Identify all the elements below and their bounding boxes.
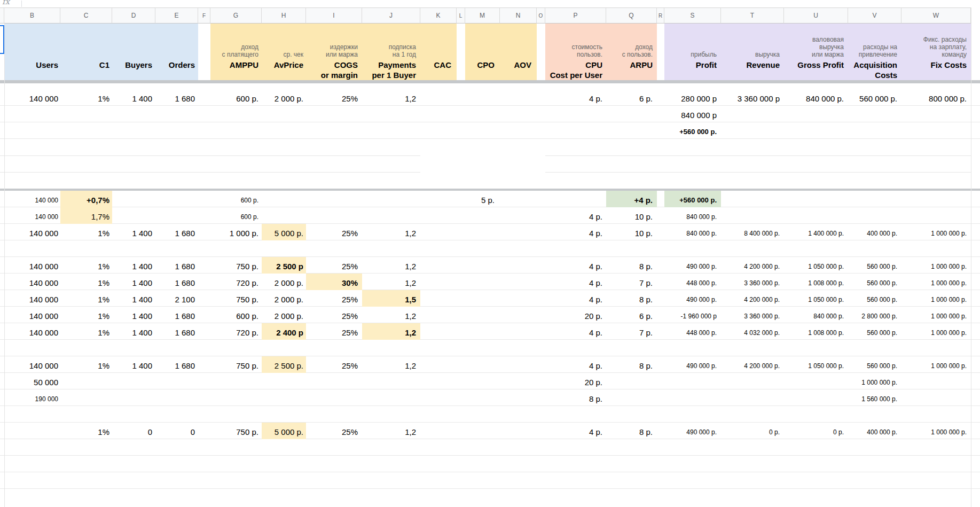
cell-I-row1[interactable]: 25%: [306, 83, 362, 106]
cell-P-row1[interactable]: 4 р.: [545, 83, 606, 106]
cell-J-row12[interactable]: 1,2: [362, 274, 420, 290]
column-letter-W[interactable]: W: [901, 7, 971, 24]
header-cell-Q[interactable]: доходс пользов.ARPU: [606, 24, 657, 80]
cell-G-row13[interactable]: 750 р.: [210, 290, 262, 307]
column-letter-U[interactable]: U: [784, 7, 848, 24]
cell-I-row12[interactable]: 30%: [306, 274, 362, 290]
cell-S-row7[interactable]: +560 000 р.: [664, 191, 721, 207]
cell-B-row18[interactable]: 50 000: [4, 373, 60, 389]
cell-V-row13[interactable]: 560 000 р.: [848, 290, 901, 307]
column-letter-F[interactable]: F: [198, 7, 210, 24]
cell-B-row14[interactable]: 140 000: [4, 307, 60, 323]
header-cell-U[interactable]: валововаявыручкаили маржаGross Profit: [784, 24, 848, 80]
cell-P-row9[interactable]: 4 р.: [545, 224, 606, 240]
column-letter-H[interactable]: H: [262, 7, 306, 24]
cell-C-row7[interactable]: +0,7%: [60, 191, 112, 207]
cell-G-row7[interactable]: 600 р.: [210, 191, 262, 207]
cell-W-row15[interactable]: 1 000 000 р.: [901, 323, 971, 340]
cell-I-row17[interactable]: 25%: [306, 356, 362, 373]
cell-C-row13[interactable]: 1%: [60, 290, 112, 307]
cell-E-row14[interactable]: 1 680: [155, 307, 198, 323]
cell-B-row13[interactable]: 140 000: [4, 290, 60, 307]
cell-U-row12[interactable]: 1 008 000 р.: [784, 274, 848, 290]
cell-T-row17[interactable]: 4 200 000 р.: [721, 356, 784, 373]
cell-I-row15[interactable]: 25%: [306, 323, 362, 340]
cell-Q-row9[interactable]: 10 р.: [606, 224, 657, 240]
cell-H-row11[interactable]: 2 500 р: [262, 257, 306, 274]
column-letter-P[interactable]: P: [545, 7, 606, 24]
column-letter-J[interactable]: J: [362, 7, 420, 24]
cell-B-row19[interactable]: 190 000: [4, 389, 60, 406]
header-cell-D[interactable]: Buyers: [112, 24, 155, 80]
cell-T-row9[interactable]: 8 400 000 р.: [721, 224, 784, 240]
header-cell-K[interactable]: CAC: [420, 24, 457, 80]
cell-D-row21[interactable]: 0: [112, 423, 155, 439]
cell-G-row14[interactable]: 600 р.: [210, 307, 262, 323]
cell-H-row1[interactable]: 2 000 р.: [262, 83, 306, 106]
cell-T-row12[interactable]: 3 360 000 р.: [721, 274, 784, 290]
cell-D-row9[interactable]: 1 400: [112, 224, 155, 240]
header-cell-B[interactable]: Users: [4, 24, 60, 80]
cell-J-row14[interactable]: 1,2: [362, 307, 420, 323]
cell-G-row12[interactable]: 720 р.: [210, 274, 262, 290]
cell-Q-row13[interactable]: 8 р.: [606, 290, 657, 307]
cell-D-row11[interactable]: 1 400: [112, 257, 155, 274]
cell-B-row7[interactable]: 140 000: [4, 191, 60, 207]
header-cell-I[interactable]: издержкиили маржаCOGSor margin: [306, 24, 362, 80]
cell-C-row1[interactable]: 1%: [60, 83, 112, 106]
cell-I-row14[interactable]: 25%: [306, 307, 362, 323]
cell-I-row11[interactable]: 25%: [306, 257, 362, 274]
column-letter-O[interactable]: O: [537, 7, 545, 24]
cell-E-row12[interactable]: 1 680: [155, 274, 198, 290]
cell-Q-row1[interactable]: 6 р.: [606, 83, 657, 106]
cell-C-row8[interactable]: 1,7%: [60, 207, 112, 224]
header-cell-P[interactable]: стоимостьпользов.CPUCost per User: [545, 24, 606, 80]
cell-V-row19[interactable]: 1 560 000 р.: [848, 389, 901, 406]
cell-J-row11[interactable]: 1,2: [362, 257, 420, 274]
cell-W-row13[interactable]: 1 000 000 р.: [901, 290, 971, 307]
column-letter-I[interactable]: I: [306, 7, 362, 24]
cell-H-row12[interactable]: 2 000 р.: [262, 274, 306, 290]
cell-S-row14[interactable]: -1 960 000 р: [664, 307, 721, 323]
column-letter-K[interactable]: K: [420, 7, 457, 24]
column-letter-C[interactable]: C: [60, 7, 112, 24]
cell-Q-row15[interactable]: 7 р.: [606, 323, 657, 340]
column-letter-M[interactable]: M: [465, 7, 500, 24]
cell-B-row12[interactable]: 140 000: [4, 274, 60, 290]
cell-W-row17[interactable]: 1 000 000 р.: [901, 356, 971, 373]
cell-V-row1[interactable]: 560 000 р.: [848, 83, 901, 106]
cell-Q-row7[interactable]: +4 р.: [606, 191, 657, 207]
cell-Q-row14[interactable]: 6 р.: [606, 307, 657, 323]
cell-H-row21[interactable]: 5 000 р.: [262, 423, 306, 439]
cell-S-row2[interactable]: 840 000 р: [664, 106, 721, 122]
cell-G-row15[interactable]: 720 р.: [210, 323, 262, 340]
cell-H-row17[interactable]: 2 500 р.: [262, 356, 306, 373]
cell-T-row11[interactable]: 4 200 000 р.: [721, 257, 784, 274]
cell-U-row13[interactable]: 1 050 000 р.: [784, 290, 848, 307]
cell-U-row21[interactable]: 0 р.: [784, 423, 848, 439]
column-letter-L[interactable]: L: [457, 7, 465, 24]
cell-V-row14[interactable]: 2 800 000 р.: [848, 307, 901, 323]
header-cell-G[interactable]: доходс платящегоAMPPU: [210, 24, 262, 80]
header-cell-W[interactable]: Фикс. расходына зарплату,командуFix Cost…: [901, 24, 971, 80]
cell-E-row1[interactable]: 1 680: [155, 83, 198, 106]
cell-P-row11[interactable]: 4 р.: [545, 257, 606, 274]
cell-V-row17[interactable]: 560 000 р.: [848, 356, 901, 373]
cell-J-row1[interactable]: 1,2: [362, 83, 420, 106]
cell-V-row15[interactable]: 560 000 р.: [848, 323, 901, 340]
cell-G-row1[interactable]: 600 р.: [210, 83, 262, 106]
cell-U-row1[interactable]: 840 000 р.: [784, 83, 848, 106]
cell-U-row15[interactable]: 1 008 000 р.: [784, 323, 848, 340]
header-cell-J[interactable]: подпискана 1 годPaymentsper 1 Buyer: [362, 24, 420, 80]
cell-V-row12[interactable]: 560 000 р.: [848, 274, 901, 290]
cell-S-row15[interactable]: 448 000 р.: [664, 323, 721, 340]
header-cell-V[interactable]: расходы напривлечениеAcquisitionCosts: [848, 24, 901, 80]
cell-H-row9[interactable]: 5 000 р.: [262, 224, 306, 240]
cell-C-row15[interactable]: 1%: [60, 323, 112, 340]
column-letter-G[interactable]: G: [210, 7, 262, 24]
cell-E-row13[interactable]: 2 100: [155, 290, 198, 307]
cell-P-row12[interactable]: 4 р.: [545, 274, 606, 290]
cell-I-row21[interactable]: 25%: [306, 423, 362, 439]
cell-P-row18[interactable]: 20 р.: [545, 373, 606, 389]
cell-M-row7[interactable]: 5 р.: [465, 191, 500, 207]
